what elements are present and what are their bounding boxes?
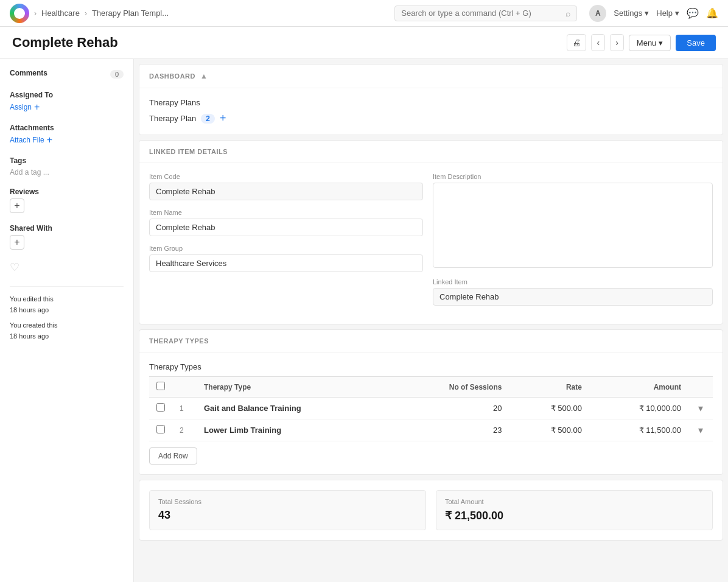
linked-item-label: Linked Item: [433, 278, 713, 286]
item-name-input[interactable]: [149, 219, 423, 236]
totals-section: Total Sessions 43 Total Amount ₹ 21,500.…: [139, 480, 723, 541]
total-amount-value: ₹ 21,500.00: [445, 509, 704, 522]
dashboard-title: DASHBOARD: [149, 72, 195, 80]
item-code-group: Item Code: [149, 173, 423, 200]
therapy-type-header: Therapy Type: [197, 377, 391, 398]
search-icon: ⌕: [565, 9, 570, 18]
linked-item-header: LINKED ITEM DETAILS: [139, 141, 723, 163]
help-label: Help: [656, 9, 673, 18]
sidebar-attachments: Attachments Attach File +: [10, 124, 124, 146]
select-all-checkbox[interactable]: [156, 382, 165, 390]
add-shared-button[interactable]: +: [10, 235, 24, 250]
search-bar[interactable]: ⌕: [394, 5, 577, 21]
shared-with-label: Shared With: [10, 224, 124, 233]
row-checkbox[interactable]: [156, 403, 165, 412]
item-code-input[interactable]: [149, 183, 423, 200]
row-dropdown-button[interactable]: ▾: [698, 424, 703, 436]
therapy-types-body: Therapy Types Therapy Type No of Session…: [139, 352, 723, 474]
therapy-plans-label: Therapy Plans: [149, 98, 200, 107]
chat-icon[interactable]: 💬: [687, 7, 699, 19]
row-therapy-type: Lower Limb Training: [197, 419, 391, 441]
therapy-plan-count: 2: [201, 114, 215, 124]
total-amount-label: Total Amount: [445, 498, 704, 505]
breadcrumb-healthcare[interactable]: Healthcare: [41, 9, 80, 18]
activity-2-user: You: [10, 321, 21, 329]
sidebar-comments: Comments 0: [10, 69, 124, 80]
activity-2: You created this 18 hours ago: [10, 320, 124, 342]
item-description-group: Item Description: [433, 173, 713, 270]
therapy-types-section: THERAPY TYPES Therapy Types Therapy Type…: [139, 329, 723, 475]
nav-actions: A Settings ▾ Help ▾ 💬 🔔: [589, 5, 718, 22]
activity-2-time: 18 hours ago: [10, 332, 49, 340]
add-tag-link[interactable]: Add a tag ...: [10, 168, 49, 177]
settings-label: Settings: [614, 9, 642, 18]
top-nav: › Healthcare › Therapy Plan Templ... ⌕ A…: [0, 0, 728, 27]
item-description-textarea[interactable]: [433, 183, 713, 268]
sidebar-tags: Tags Add a tag ...: [10, 156, 124, 177]
search-input[interactable]: [401, 9, 562, 18]
table-row: 2 Lower Limb Training 23 ₹ 500.00 ₹ 11,5…: [149, 419, 713, 441]
heart-icon[interactable]: ♡: [10, 261, 124, 274]
bell-icon[interactable]: 🔔: [706, 7, 718, 19]
therapy-types-header-row: Therapy Type No of Sessions Rate Amount: [149, 377, 713, 398]
activity-section: You edited this 18 hours ago You created…: [10, 286, 124, 342]
row-sessions: 20: [391, 398, 509, 419]
tags-label: Tags: [10, 156, 124, 165]
help-chevron-icon: ▾: [675, 9, 679, 18]
app-logo[interactable]: [10, 4, 29, 23]
rate-header: Rate: [509, 377, 589, 398]
assigned-to-label: Assigned To: [10, 91, 124, 99]
row-sessions: 23: [391, 419, 509, 441]
print-button[interactable]: 🖨: [567, 34, 586, 51]
assign-link[interactable]: Assign +: [10, 102, 124, 113]
row-action-cell: ▾: [688, 398, 713, 419]
item-group-input[interactable]: [149, 254, 423, 272]
settings-chevron-icon: ▾: [645, 9, 649, 18]
linked-item-input[interactable]: [433, 288, 713, 306]
breadcrumb-chevron-1: ›: [34, 9, 37, 18]
row-rate: ₹ 500.00: [509, 419, 589, 441]
therapy-types-header: THERAPY TYPES: [139, 330, 723, 352]
breadcrumb-therapy-plan[interactable]: Therapy Plan Templ...: [92, 9, 169, 18]
save-button[interactable]: Save: [676, 35, 716, 51]
item-group-label: Item Group: [149, 245, 423, 252]
content-area: DASHBOARD ▲ Therapy Plans Therapy Plan 2…: [134, 59, 728, 582]
add-review-button[interactable]: +: [10, 198, 24, 213]
attach-plus-icon[interactable]: +: [47, 135, 52, 146]
avatar[interactable]: A: [589, 5, 606, 22]
activity-2-action: created this: [21, 321, 58, 329]
row-dropdown-button[interactable]: ▾: [698, 402, 703, 414]
add-row-button[interactable]: Add Row: [149, 447, 197, 465]
therapy-types-thead: Therapy Type No of Sessions Rate Amount: [149, 377, 713, 398]
prev-button[interactable]: ‹: [591, 34, 605, 51]
item-group-group: Item Group: [149, 245, 423, 272]
assign-plus-icon[interactable]: +: [34, 102, 40, 113]
row-amount: ₹ 10,000.00: [589, 398, 688, 419]
dashboard-collapse-icon[interactable]: ▲: [200, 72, 208, 80]
row-checkbox-cell: [149, 419, 172, 441]
num-header: [172, 377, 197, 398]
activity-1-time: 18 hours ago: [10, 306, 49, 314]
therapy-types-tbody: 1 Gait and Balance Training 20 ₹ 500.00 …: [149, 398, 713, 441]
therapy-types-title: THERAPY TYPES: [149, 337, 209, 345]
help-button[interactable]: Help ▾: [656, 9, 679, 18]
row-therapy-type: Gait and Balance Training: [197, 398, 391, 419]
settings-button[interactable]: Settings ▾: [614, 9, 649, 18]
page-title: Complete Rehab: [12, 35, 118, 51]
item-name-label: Item Name: [149, 209, 423, 216]
breadcrumb-chevron-2: ›: [85, 9, 87, 18]
assign-label: Assign: [10, 103, 32, 111]
item-name-group: Item Name: [149, 209, 423, 236]
row-checkbox[interactable]: [156, 425, 165, 433]
row-checkbox-cell: [149, 398, 172, 419]
menu-button[interactable]: Menu ▾: [629, 35, 671, 51]
therapy-plan-add-icon[interactable]: +: [220, 112, 226, 125]
linked-item-body: Item Code Item Name Item Group: [139, 163, 723, 324]
therapy-types-label: Therapy Types: [149, 362, 713, 371]
activity-1-action: edited this: [21, 295, 54, 303]
therapy-types-table: Therapy Type No of Sessions Rate Amount …: [149, 376, 713, 441]
row-number: 2: [172, 419, 197, 441]
next-button[interactable]: ›: [610, 34, 624, 51]
dashboard-header: DASHBOARD ▲: [139, 65, 723, 88]
attach-file-link[interactable]: Attach File +: [10, 135, 124, 146]
